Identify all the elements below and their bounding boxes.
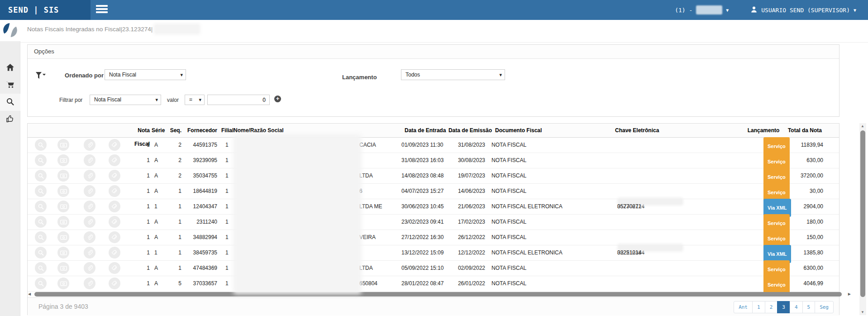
row-tags-icon[interactable] <box>109 170 120 182</box>
page-button-seg[interactable]: Seg <box>815 301 834 313</box>
row-paperclip-icon[interactable] <box>84 247 95 259</box>
row-money-icon[interactable] <box>57 154 69 166</box>
cell-total: 6300,00 <box>778 260 823 276</box>
row-search-icon[interactable] <box>35 231 47 243</box>
col-header-entrada[interactable]: Data de Entrada <box>405 124 446 137</box>
table-row[interactable]: 1 1 1 38459735 1 13/12/2022 15:09 12/12/… <box>28 245 839 261</box>
row-paperclip-icon[interactable] <box>84 278 95 289</box>
page-button-1[interactable]: 1 <box>752 301 765 313</box>
row-search-icon[interactable] <box>35 278 47 289</box>
row-tags-icon[interactable] <box>109 262 120 274</box>
col-header-documento[interactable]: Documento Fiscal <box>495 124 542 137</box>
scroll-down-icon[interactable]: ▼ <box>861 310 864 314</box>
row-paperclip-icon[interactable] <box>84 216 95 228</box>
row-search-icon[interactable] <box>35 262 47 274</box>
table-row[interactable]: 1 A 1 2311240 1 23/02/2023 09:41 17/02/2… <box>28 214 839 230</box>
table-row[interactable]: 1 A 2 44591375 1 CACIA 01/09/2023 11:30 … <box>28 137 839 153</box>
vertical-scrollbar-thumb[interactable] <box>860 130 865 297</box>
row-tags-icon[interactable] <box>109 139 120 151</box>
scroll-left-icon[interactable]: ◀ <box>28 292 31 297</box>
table-row[interactable]: 1 1 1 12404347 1 LTDA ME 30/06/2023 10:4… <box>28 199 839 215</box>
col-header-chave[interactable]: Chave Eletrônica <box>615 124 659 137</box>
row-search-icon[interactable] <box>35 216 47 228</box>
row-search-icon[interactable] <box>35 247 47 259</box>
horizontal-scrollbar-thumb[interactable] <box>34 292 842 297</box>
home-icon <box>6 64 14 73</box>
row-search-icon[interactable] <box>35 154 47 166</box>
row-money-icon[interactable] <box>57 185 69 197</box>
scroll-right-icon[interactable]: ▶ <box>848 292 851 297</box>
row-money-icon[interactable] <box>57 262 69 274</box>
table-row[interactable]: 1 A 1 34882994 1 VEIRA 27/12/2022 16:30 … <box>28 230 839 245</box>
user-menu[interactable]: USUARIO SEND (SUPERVISOR) ▼ <box>750 6 856 14</box>
cell-emissao: 19/07/2023 <box>444 168 485 183</box>
scroll-up-icon[interactable]: ▲ <box>861 124 864 128</box>
row-search-icon[interactable] <box>35 201 47 212</box>
row-paperclip-icon[interactable] <box>84 262 95 274</box>
page-button-3[interactable]: 3 <box>777 301 790 313</box>
row-tags-icon[interactable] <box>109 231 120 243</box>
page-button-4[interactable]: 4 <box>790 301 803 313</box>
sidebar <box>0 20 20 316</box>
cell-nota: 1 <box>123 168 150 183</box>
row-paperclip-icon[interactable] <box>84 154 95 166</box>
sidebar-item-search[interactable] <box>0 94 20 111</box>
sidebar-item-cart[interactable] <box>0 77 20 94</box>
col-header-nome[interactable]: Nome/Razão Social <box>234 124 284 137</box>
row-paperclip-icon[interactable] <box>84 201 95 212</box>
row-tags-icon[interactable] <box>109 201 120 212</box>
row-tags-icon[interactable] <box>109 185 120 197</box>
filter-funnel-icon[interactable] <box>36 72 47 81</box>
valor-input[interactable] <box>207 95 270 105</box>
row-search-icon[interactable] <box>35 185 47 197</box>
sidebar-item-like[interactable] <box>0 111 20 128</box>
table-row[interactable]: 1 A 2 35034755 1 LTDA 14/08/2023 08:48 1… <box>28 168 839 184</box>
col-header-fornecedor[interactable]: Fornecedor <box>186 124 217 137</box>
app-brand: SEND | SIS <box>0 0 91 20</box>
row-money-icon[interactable] <box>57 170 69 182</box>
horizontal-scrollbar[interactable]: ◀ ▶ <box>28 292 851 297</box>
row-money-icon[interactable] <box>57 278 69 289</box>
vertical-scrollbar[interactable]: ▲ ▼ <box>859 123 866 315</box>
sidebar-item-home[interactable] <box>0 60 20 77</box>
row-tags-icon[interactable] <box>109 278 120 289</box>
search-icon <box>6 98 14 107</box>
col-header-total[interactable]: Total da Nota <box>781 124 822 137</box>
row-paperclip-icon[interactable] <box>84 231 95 243</box>
app-logo[interactable] <box>0 20 20 41</box>
page-button-2[interactable]: 2 <box>765 301 778 313</box>
table-row[interactable]: 1 A 1 18644819 1 6 04/07/2023 15:27 14/0… <box>28 183 839 199</box>
col-header-lancamento[interactable]: Lançamento <box>745 124 782 137</box>
row-search-icon[interactable] <box>35 139 47 151</box>
company-selector[interactable]: (1) - ▼ <box>675 5 729 14</box>
menu-hamburger-icon[interactable] <box>96 5 108 15</box>
row-search-icon[interactable] <box>35 170 47 182</box>
add-filter-button[interactable]: + <box>274 96 281 102</box>
row-money-icon[interactable] <box>57 231 69 243</box>
table-row[interactable]: 1 A 1 47484369 1 LTDA 05/09/2022 15:10 0… <box>28 260 839 276</box>
ordered-by-select[interactable]: Nota Fiscal <box>105 69 186 80</box>
row-money-icon[interactable] <box>57 216 69 228</box>
row-paperclip-icon[interactable] <box>84 185 95 197</box>
row-money-icon[interactable] <box>57 201 69 212</box>
page-button-5[interactable]: 5 <box>802 301 816 313</box>
operator-select[interactable]: = <box>185 95 205 105</box>
cell-fornecedor: 35034755 <box>186 168 217 183</box>
shopping-cart-icon <box>6 81 14 90</box>
pagination-bar: Página 3 de 9403 Ant12345Seg <box>28 297 839 316</box>
col-header-seq[interactable]: Seq. <box>166 124 181 137</box>
col-header-emissao[interactable]: Data de Emissão <box>444 124 492 137</box>
row-tags-icon[interactable] <box>109 154 120 166</box>
lancamento-select[interactable]: Todos <box>401 69 505 80</box>
row-tags-icon[interactable] <box>109 247 120 259</box>
cell-fornecedor: 2311240 <box>186 214 217 230</box>
table-row[interactable]: 1 A 5 37033657 1 650804 28/01/2022 08:47… <box>28 276 839 292</box>
filter-field-select[interactable]: Nota Fiscal <box>90 95 161 105</box>
row-money-icon[interactable] <box>57 139 69 151</box>
row-tags-icon[interactable] <box>109 216 120 228</box>
row-money-icon[interactable] <box>57 247 69 259</box>
table-row[interactable]: 1 A 2 39239095 1 31/08/2023 16:03 30/08/… <box>28 153 839 168</box>
row-paperclip-icon[interactable] <box>84 139 95 151</box>
page-button-ant[interactable]: Ant <box>734 301 753 313</box>
row-paperclip-icon[interactable] <box>84 170 95 182</box>
